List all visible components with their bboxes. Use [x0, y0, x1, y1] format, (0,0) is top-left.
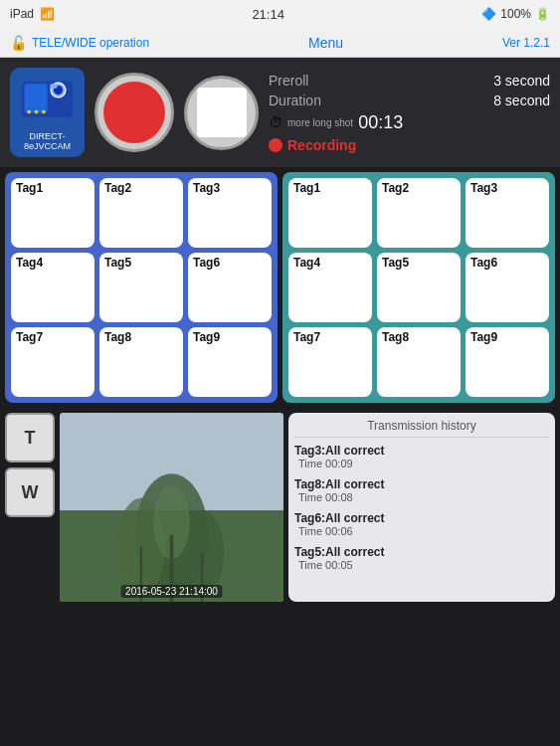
stop-inner — [197, 88, 247, 137]
wide-button[interactable]: W — [5, 467, 55, 517]
rec-dot — [269, 138, 282, 152]
transmission-history: Transmission history Tag3:All correctTim… — [288, 413, 555, 602]
blue-tag-grid: Tag1Tag2Tag3Tag4Tag5Tag6Tag7Tag8Tag9 — [11, 178, 272, 397]
timer-value: 00:13 — [358, 112, 403, 133]
preview-timestamp: 2016-05-23 21:14:00 — [120, 585, 223, 598]
history-title: Transmission history — [294, 419, 549, 438]
history-tag-label: Tag5:All correct — [294, 545, 549, 559]
teal-tag-cell[interactable]: Tag6 — [466, 253, 549, 322]
teal-tag-cell[interactable]: Tag4 — [288, 253, 372, 322]
stop-button[interactable] — [184, 76, 259, 150]
top-bar-left: 🔓 TELE/WIDE operation — [10, 35, 149, 51]
teal-tag-label: Tag6 — [470, 256, 544, 270]
version-label: Ver 1.2.1 — [502, 36, 550, 50]
teal-tag-cell[interactable]: Tag3 — [466, 178, 549, 248]
teal-tag-label: Tag8 — [382, 330, 456, 344]
blue-tag-cell[interactable]: Tag1 — [11, 178, 94, 248]
blue-tag-label: Tag5 — [104, 256, 178, 270]
tele-wide-label: TELE/WIDE operation — [32, 36, 149, 50]
preview-image — [60, 413, 283, 602]
blue-tag-cell[interactable]: Tag9 — [188, 327, 272, 397]
battery-icon: 🔋 — [535, 7, 550, 21]
status-time: 21:14 — [252, 7, 284, 22]
duration-row: Duration 8 second — [269, 93, 550, 108]
teal-tag-cell[interactable]: Tag8 — [377, 327, 461, 397]
blue-tag-cell[interactable]: Tag5 — [99, 253, 183, 322]
blue-tag-label: Tag3 — [193, 181, 267, 195]
camera-svg — [20, 75, 75, 129]
camera-name-label: DIRECT-8eJVCCAM — [10, 131, 85, 151]
teal-tag-label: Tag2 — [382, 181, 456, 195]
history-item: Tag6:All correctTime 00:06 — [294, 511, 549, 537]
blue-tag-label: Tag8 — [104, 330, 178, 344]
blue-tag-label: Tag9 — [193, 330, 267, 344]
preroll-value: 3 second — [493, 73, 550, 89]
svg-point-7 — [42, 109, 46, 113]
svg-point-5 — [27, 109, 31, 113]
blue-tag-cell[interactable]: Tag3 — [188, 178, 272, 248]
duration-value: 8 second — [493, 93, 550, 108]
top-bar: 🔓 TELE/WIDE operation Menu Ver 1.2.1 — [0, 28, 560, 58]
wifi-icon: 📶 — [40, 7, 55, 21]
camera-device-icon: DIRECT-8eJVCCAM — [10, 68, 85, 157]
history-item: Tag3:All correctTime 00:09 — [294, 444, 549, 469]
blue-tag-cell[interactable]: Tag7 — [11, 327, 94, 397]
teal-grid-panel: Tag1Tag2Tag3Tag4Tag5Tag6Tag7Tag8Tag9 — [282, 172, 555, 403]
grid-section: Tag1Tag2Tag3Tag4Tag5Tag6Tag7Tag8Tag9 Tag… — [0, 167, 560, 408]
history-tag-label: Tag8:All correct — [294, 477, 549, 491]
lock-icon: 🔓 — [10, 35, 27, 51]
bluetooth-icon: 🔷 — [481, 7, 496, 21]
blue-tag-label: Tag7 — [16, 330, 90, 344]
timer-sublabel: more long shot — [287, 117, 353, 128]
lens-buttons: T W — [5, 413, 55, 602]
blue-tag-label: Tag6 — [193, 256, 267, 270]
teal-tag-cell[interactable]: Tag7 — [288, 327, 372, 397]
status-right: 🔷 100% 🔋 — [481, 7, 550, 21]
teal-tag-label: Tag9 — [470, 330, 544, 344]
record-button[interactable] — [94, 73, 174, 152]
teal-tag-cell[interactable]: Tag5 — [377, 253, 461, 322]
history-time-label: Time 00:09 — [294, 458, 549, 469]
menu-button[interactable]: Menu — [308, 35, 343, 51]
recording-label: Recording — [287, 137, 356, 153]
preroll-label: Preroll — [269, 73, 308, 89]
preroll-row: Preroll 3 second — [269, 73, 550, 89]
record-inner — [103, 82, 165, 143]
teal-tag-label: Tag5 — [382, 256, 456, 270]
teal-tag-label: Tag1 — [293, 181, 367, 195]
blue-grid-panel: Tag1Tag2Tag3Tag4Tag5Tag6Tag7Tag8Tag9 — [5, 172, 278, 403]
preview-and-controls: T W — [5, 413, 283, 602]
history-time-label: Time 00:05 — [294, 559, 549, 571]
teal-tag-cell[interactable]: Tag1 — [288, 178, 372, 248]
ipad-label: iPad — [10, 7, 34, 21]
blue-tag-cell[interactable]: Tag2 — [99, 178, 183, 248]
status-left: iPad 📶 — [10, 7, 55, 21]
svg-point-6 — [35, 109, 39, 113]
duration-label: Duration — [269, 93, 321, 108]
battery-label: 100% — [500, 7, 531, 21]
blue-tag-label: Tag2 — [104, 181, 178, 195]
blue-tag-cell[interactable]: Tag6 — [188, 253, 272, 322]
teal-tag-cell[interactable]: Tag2 — [377, 178, 461, 248]
teal-tag-grid: Tag1Tag2Tag3Tag4Tag5Tag6Tag7Tag8Tag9 — [288, 178, 549, 397]
history-tag-label: Tag6:All correct — [294, 511, 549, 525]
timer-row: ⏱ more long shot 00:13 — [269, 112, 550, 133]
blue-tag-cell[interactable]: Tag4 — [11, 253, 94, 322]
blue-tag-label: Tag4 — [16, 256, 90, 270]
teal-tag-cell[interactable]: Tag9 — [466, 327, 549, 397]
teal-tag-label: Tag3 — [470, 181, 544, 195]
history-tag-label: Tag3:All correct — [294, 444, 549, 458]
history-time-label: Time 00:06 — [294, 525, 549, 537]
camera-preview-area: T W — [5, 413, 283, 602]
history-time-label: Time 00:08 — [294, 491, 549, 503]
history-item: Tag5:All correctTime 00:05 — [294, 545, 549, 571]
blue-tag-label: Tag1 — [16, 181, 90, 195]
blue-tag-cell[interactable]: Tag8 — [99, 327, 183, 397]
preview-svg — [60, 413, 283, 602]
svg-rect-1 — [25, 84, 48, 112]
status-bar: iPad 📶 21:14 🔷 100% 🔋 — [0, 0, 560, 28]
control-area: DIRECT-8eJVCCAM Preroll 3 second Duratio… — [0, 58, 560, 167]
tele-button[interactable]: T — [5, 413, 55, 463]
teal-tag-label: Tag4 — [293, 256, 367, 270]
svg-rect-4 — [50, 84, 57, 89]
